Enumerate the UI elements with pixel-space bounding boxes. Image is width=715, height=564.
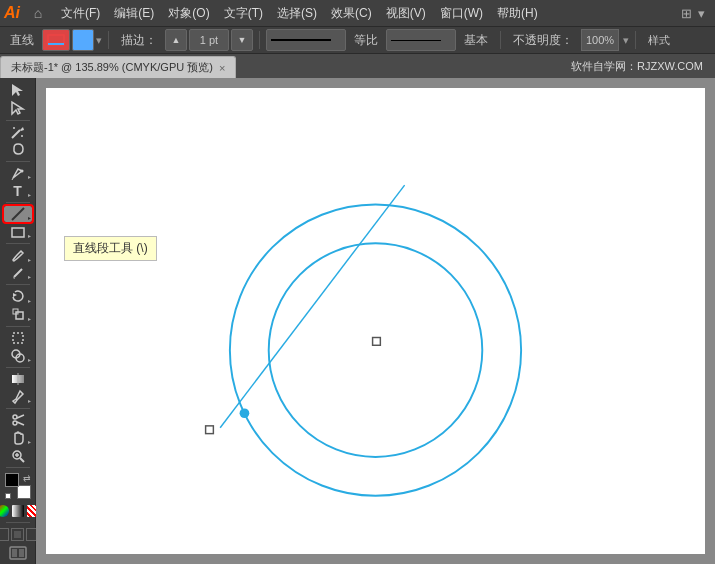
- svg-rect-33: [12, 549, 17, 557]
- gradient-tool[interactable]: [4, 371, 32, 388]
- svg-marker-3: [12, 84, 23, 96]
- selection-tool[interactable]: [4, 82, 32, 99]
- color-swatch-area: ⇄: [0, 465, 39, 564]
- workspace-arrow-icon: ▾: [698, 6, 705, 21]
- tab-close-btn[interactable]: ×: [219, 62, 225, 74]
- svg-line-10: [12, 178, 13, 180]
- style-label[interactable]: 样式: [642, 33, 676, 48]
- svg-line-5: [12, 130, 20, 138]
- hand-tool[interactable]: ▸: [4, 430, 32, 447]
- svg-point-36: [269, 243, 483, 457]
- svg-rect-16: [16, 312, 23, 319]
- svg-rect-39: [206, 426, 214, 434]
- svg-rect-2: [78, 35, 88, 45]
- magic-wand-tool[interactable]: [4, 123, 32, 140]
- none-icon[interactable]: [5, 493, 11, 499]
- stroke-down-btn[interactable]: ▼: [231, 29, 253, 51]
- tab-bar: 未标题-1* @ 135.89% (CMYK/GPU 预览) × 软件自学网：R…: [0, 54, 715, 78]
- stroke-up-btn[interactable]: ▲: [165, 29, 187, 51]
- gradient-icon[interactable]: [12, 505, 24, 517]
- menu-effect[interactable]: 效果(C): [324, 0, 379, 26]
- menu-help[interactable]: 帮助(H): [490, 0, 545, 26]
- main-area: ▸ T ▸ ▸ ▸ ▸ ▸ ▸: [0, 78, 715, 564]
- svg-point-25: [13, 421, 17, 425]
- home-icon[interactable]: ⌂: [28, 3, 48, 23]
- toolbar: 直线 ▾ 描边： ▲ 1 pt ▼ 等比 基本 不透明度： ▾ 样式: [0, 26, 715, 54]
- workspace-grid-icon: ⊞: [681, 6, 692, 21]
- drawing-mode-icons: [0, 528, 39, 541]
- svg-marker-6: [20, 127, 24, 131]
- svg-marker-15: [13, 293, 17, 297]
- menu-view[interactable]: 视图(V): [379, 0, 433, 26]
- svg-point-35: [230, 205, 521, 496]
- fill-stroke-swatches[interactable]: ⇄: [5, 473, 31, 499]
- line-style-label: 等比: [348, 32, 384, 49]
- rotate-tool[interactable]: ▸: [4, 288, 32, 305]
- svg-point-24: [13, 415, 17, 419]
- svg-point-7: [13, 127, 15, 129]
- scissors-tool[interactable]: [4, 412, 32, 429]
- draw-behind-icon[interactable]: [11, 528, 24, 541]
- svg-line-26: [17, 415, 24, 418]
- menu-bar: Ai ⌂ 文件(F) 编辑(E) 对象(O) 文字(T) 选择(S) 效果(C)…: [0, 0, 715, 26]
- direct-selection-tool[interactable]: [4, 100, 32, 117]
- stroke-label: 描边：: [115, 32, 163, 49]
- zoom-tool[interactable]: [4, 447, 32, 464]
- lasso-tool[interactable]: [4, 141, 32, 158]
- type-tool[interactable]: T ▸: [4, 182, 32, 199]
- svg-rect-12: [12, 228, 24, 237]
- screen-mode-icon[interactable]: [9, 546, 27, 560]
- scale-tool[interactable]: ▸: [4, 306, 32, 323]
- pen-tool[interactable]: ▸: [4, 164, 32, 181]
- canvas-paper: [46, 88, 705, 554]
- rectangle-tool[interactable]: ▸: [4, 223, 32, 240]
- app-logo: Ai: [4, 4, 20, 22]
- pencil-tool[interactable]: ▸: [4, 265, 32, 282]
- stroke-color-section: ▾: [42, 29, 102, 51]
- svg-line-13: [14, 269, 22, 277]
- free-transform-tool[interactable]: [4, 329, 32, 346]
- line-dash-preview[interactable]: [266, 29, 346, 51]
- eyedropper-tool[interactable]: ▸: [4, 388, 32, 405]
- fill-swatch[interactable]: [5, 473, 19, 487]
- svg-marker-4: [12, 102, 23, 114]
- stroke-value-input[interactable]: 1 pt: [189, 29, 229, 51]
- svg-point-9: [20, 169, 23, 172]
- paintbrush-tool[interactable]: ▸: [4, 247, 32, 264]
- color-icon[interactable]: [0, 505, 9, 517]
- normal-mode-icon[interactable]: [0, 528, 9, 541]
- tab-title: 未标题-1* @ 135.89% (CMYK/GPU 预览): [11, 60, 213, 75]
- stroke-swatch[interactable]: [17, 485, 31, 499]
- site-info: 软件自学网：RJZXW.COM: [571, 54, 715, 78]
- svg-line-37: [220, 185, 404, 428]
- svg-point-8: [21, 135, 23, 137]
- toolbar-section-label: 直线: [4, 32, 40, 49]
- stroke-color-btn[interactable]: [42, 29, 70, 51]
- svg-line-27: [17, 422, 24, 425]
- menu-text[interactable]: 文字(T): [217, 0, 270, 26]
- svg-line-11: [12, 208, 24, 220]
- canvas-drawing: [46, 88, 705, 554]
- stroke-box-btn[interactable]: [72, 29, 94, 51]
- opacity-input[interactable]: [581, 29, 619, 51]
- menu-window[interactable]: 窗口(W): [433, 0, 490, 26]
- menu-file[interactable]: 文件(F): [54, 0, 107, 26]
- color-mode-icons: [0, 505, 39, 517]
- opacity-label: 不透明度：: [507, 32, 579, 49]
- menu-object[interactable]: 对象(O): [161, 0, 216, 26]
- canvas-area[interactable]: 直线段工具 (\): [36, 78, 715, 564]
- menu-select[interactable]: 选择(S): [270, 0, 324, 26]
- line-weight-preview[interactable]: [386, 29, 456, 51]
- svg-point-40: [240, 408, 250, 418]
- svg-rect-34: [19, 549, 24, 557]
- menu-edit[interactable]: 编辑(E): [107, 0, 161, 26]
- svg-rect-38: [373, 338, 381, 346]
- line-segment-tool[interactable]: ▸: [4, 206, 32, 223]
- workspace-switcher[interactable]: ⊞ ▾: [681, 6, 711, 21]
- swap-icon[interactable]: ⇄: [23, 473, 31, 483]
- svg-rect-18: [13, 333, 23, 343]
- svg-line-23: [21, 392, 23, 394]
- toolbox: ▸ T ▸ ▸ ▸ ▸ ▸ ▸: [0, 78, 36, 564]
- document-tab[interactable]: 未标题-1* @ 135.89% (CMYK/GPU 预览) ×: [0, 56, 236, 78]
- shape-builder-tool[interactable]: ▸: [4, 347, 32, 364]
